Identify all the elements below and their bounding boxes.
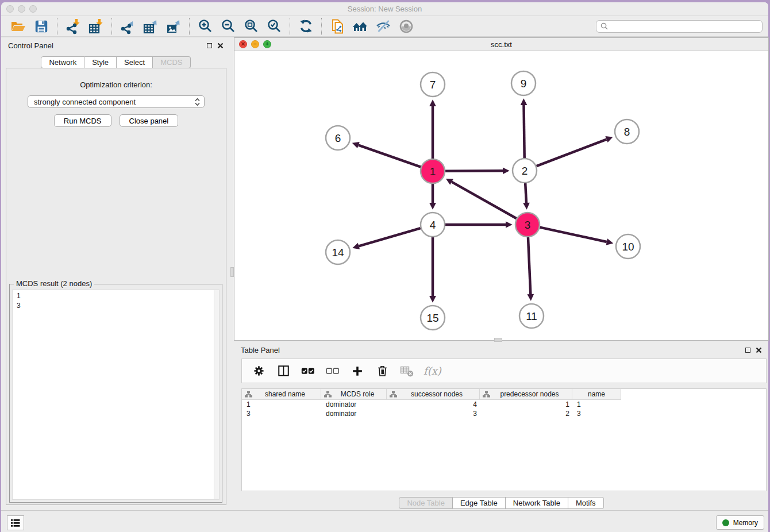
- edge-2-9[interactable]: [524, 105, 525, 158]
- table-cell[interactable]: 3: [242, 410, 321, 418]
- node-6[interactable]: 6: [326, 126, 350, 150]
- node-10[interactable]: 10: [616, 234, 640, 259]
- close-panel-icon[interactable]: [217, 43, 224, 49]
- network-splitter-grip[interactable]: [494, 338, 502, 342]
- task-history-button[interactable]: [7, 515, 24, 530]
- column-type-icon: [390, 391, 397, 398]
- table-cell[interactable]: dominator: [321, 410, 387, 418]
- column-layout-button[interactable]: [275, 363, 291, 380]
- mcds-result-text[interactable]: 13: [12, 290, 220, 500]
- float-panel-icon[interactable]: [745, 348, 750, 353]
- node-7[interactable]: 7: [421, 72, 445, 97]
- first-neighbors-button[interactable]: [349, 17, 372, 36]
- export-network-button[interactable]: [116, 17, 139, 36]
- minimize-window-button[interactable]: [18, 5, 25, 13]
- edge-3-1[interactable]: [452, 182, 517, 219]
- column-header-successor-nodes[interactable]: successor nodes: [387, 389, 480, 399]
- apply-layout-button[interactable]: [294, 17, 317, 36]
- tab-motifs[interactable]: Motifs: [568, 497, 604, 509]
- table-cell[interactable]: 2: [480, 410, 572, 418]
- memory-button[interactable]: Memory: [716, 515, 764, 530]
- deselect-all-columns-button[interactable]: [325, 363, 341, 380]
- table-cell[interactable]: 4: [387, 400, 480, 408]
- column-header-MCDS-role[interactable]: MCDS role: [321, 389, 387, 399]
- network-close-button[interactable]: ✕: [239, 40, 247, 48]
- import-table-icon: [88, 18, 104, 34]
- add-column-button[interactable]: [349, 363, 365, 380]
- edge-3-10[interactable]: [540, 228, 606, 242]
- node-4[interactable]: 4: [421, 213, 445, 237]
- zoom-in-button[interactable]: [194, 17, 217, 36]
- network-minimize-button[interactable]: −: [251, 40, 259, 48]
- memory-status-icon: [722, 519, 729, 526]
- node-1[interactable]: 1: [421, 159, 445, 183]
- table-cell[interactable]: 1: [480, 400, 572, 408]
- import-table-button[interactable]: [84, 17, 107, 36]
- zoom-fit-button[interactable]: [240, 17, 263, 36]
- edge-2-8[interactable]: [537, 140, 607, 167]
- edge-2-3[interactable]: [525, 183, 526, 203]
- list-icon: [10, 519, 21, 527]
- control-panel-title: Control Panel: [8, 41, 53, 50]
- edge-3-11[interactable]: [528, 237, 530, 294]
- search-box[interactable]: [596, 20, 763, 33]
- node-2[interactable]: 2: [513, 159, 537, 183]
- column-header-name[interactable]: name: [572, 389, 621, 399]
- float-panel-icon[interactable]: [207, 43, 212, 48]
- export-table-button[interactable]: [139, 17, 162, 36]
- show-hidden-button[interactable]: [395, 17, 418, 36]
- table-row[interactable]: 1dominator411: [242, 400, 766, 409]
- edge-1-2[interactable]: [445, 171, 503, 171]
- node-table[interactable]: shared nameMCDS rolesuccessor nodesprede…: [241, 388, 767, 491]
- tab-network[interactable]: Network: [41, 56, 84, 68]
- clone-network-button[interactable]: [326, 17, 349, 36]
- node-8[interactable]: 8: [615, 119, 639, 144]
- svg-text:9: 9: [521, 78, 527, 90]
- save-session-button[interactable]: [30, 17, 53, 36]
- close-panel-button[interactable]: Close panel: [120, 114, 179, 127]
- zoom-window-button[interactable]: [29, 5, 37, 13]
- columns-icon: [278, 365, 290, 377]
- result-scrollbar[interactable]: [214, 290, 219, 499]
- node-11[interactable]: 11: [519, 304, 544, 328]
- table-cell[interactable]: dominator: [321, 400, 387, 408]
- table-cell[interactable]: 3: [572, 410, 621, 418]
- tab-edge-table[interactable]: Edge Table: [453, 497, 506, 509]
- criterion-select[interactable]: strongly connected component: [28, 95, 205, 108]
- zoom-selected-button[interactable]: [263, 17, 286, 36]
- table-cell[interactable]: 1: [242, 400, 321, 408]
- node-9[interactable]: 9: [511, 71, 536, 95]
- node-3[interactable]: 3: [515, 213, 540, 237]
- node-14[interactable]: 14: [326, 240, 350, 264]
- delete-column-button[interactable]: [374, 363, 390, 380]
- edge-4-14[interactable]: [359, 228, 420, 246]
- zoom-out-button[interactable]: [217, 17, 240, 36]
- search-input[interactable]: [611, 22, 758, 30]
- edge-1-6[interactable]: [359, 145, 421, 167]
- close-panel-icon[interactable]: [756, 347, 762, 353]
- table-row[interactable]: 3dominator323: [242, 409, 766, 418]
- close-window-button[interactable]: [6, 5, 14, 13]
- export-image-button[interactable]: [162, 17, 185, 36]
- table-settings-button[interactable]: [251, 363, 267, 380]
- control-panel-tabs: NetworkStyleSelectMCDS: [1, 56, 230, 68]
- tab-node-table[interactable]: Node Table: [399, 497, 453, 509]
- import-network-button[interactable]: [61, 17, 84, 36]
- run-mcds-button[interactable]: Run MCDS: [54, 114, 111, 127]
- select-all-columns-button[interactable]: [300, 363, 316, 380]
- table-cell[interactable]: 1: [572, 400, 621, 408]
- column-header-shared-name[interactable]: shared name: [242, 389, 321, 399]
- open-session-button[interactable]: [7, 17, 30, 36]
- network-canvas[interactable]: 1234678910111415: [234, 51, 768, 340]
- tab-network-table[interactable]: Network Table: [506, 497, 568, 509]
- table-cell[interactable]: 3: [387, 410, 480, 418]
- criterion-value: strongly connected component: [34, 98, 136, 106]
- tab-mcds[interactable]: MCDS: [153, 56, 190, 68]
- hide-selected-button[interactable]: [372, 17, 395, 36]
- column-header-predecessor-nodes[interactable]: predecessor nodes: [480, 389, 572, 399]
- tab-style[interactable]: Style: [84, 56, 117, 68]
- node-15[interactable]: 15: [421, 306, 445, 330]
- network-zoom-button[interactable]: +: [263, 40, 271, 48]
- tab-select[interactable]: Select: [117, 56, 153, 68]
- network-graph[interactable]: 1234678910111415: [234, 51, 768, 340]
